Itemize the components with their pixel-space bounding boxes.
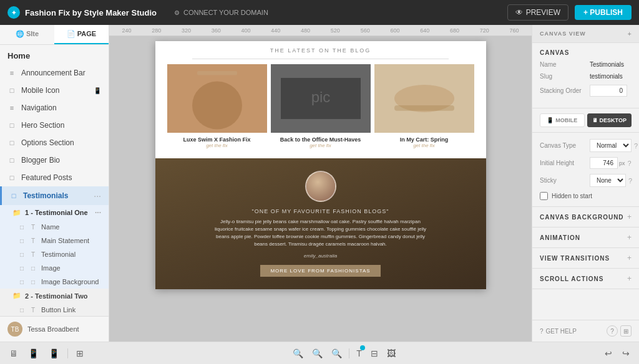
sidebar-child-image[interactable]: □ □ Image [0,261,109,275]
canvas-section-title: CANVAS [540,49,632,56]
blogger-bio-icon: □ [7,156,16,165]
blog-card-1[interactable]: Luxe Swim X Fashion Fix get the fix [167,64,267,152]
zoom-in-button[interactable]: 🔍 [329,347,344,360]
preview-button[interactable]: 👁 PREVIEW [507,4,568,21]
desktop-view-button[interactable]: 🖥 [7,347,20,360]
canvas-content: THE LATEST ON THE BLOG [109,36,532,342]
canvas-type-help-icon[interactable]: ? [634,142,638,150]
sidebar-child-name[interactable]: □ T Name [0,220,109,234]
sidebar-child-button-link[interactable]: □ T Button Link [0,303,109,316]
img-bg-icon: □ [31,279,35,285]
name-label: Name [540,61,590,68]
sticky-help-icon[interactable]: ? [628,177,632,184]
folder-icon: 📁 [12,209,21,217]
blog-card-image-3 [374,64,474,133]
scroll-actions-header[interactable]: SCROLL ACTIONS + [532,269,639,289]
canvas-properties-section: CANVAS Name Testimonials Slug testimonia… [532,43,639,108]
add-canvas-icon[interactable]: + [628,30,632,37]
svg-rect-8 [394,105,454,111]
sidebar-child-main-statement[interactable]: □ T Main Statement [0,234,109,247]
stacking-input[interactable] [590,85,627,97]
logo-icon: ✦ [7,6,20,19]
device-tabs: 📱 MOBILE 🖥 DESKTOP [532,108,639,133]
view-transitions-header[interactable]: VIEW TRANSITIONS + [532,248,639,268]
ruler-marks: 240 280 320 360 400 440 480 520 560 600 … [112,27,529,34]
topbar-actions: 👁 PREVIEW + PUBLISH [507,4,632,21]
canvas-background-header[interactable]: CANVAS BACKGROUND + [532,207,639,227]
mobile-tab[interactable]: 📱 MOBILE [540,113,585,127]
sidebar-item-featured-posts[interactable]: □ Featured Posts [0,169,109,186]
sidebar-item-announcement-bar[interactable]: ≡ Announcement Bar [0,64,109,82]
chevron-right-icon-2: + [627,254,632,262]
testimonial-section: "ONE OF MY FAVOURITE FASHION BLOGS" Jell… [155,158,486,289]
blog-card-3[interactable]: In My Cart: Spring get the fix [374,64,474,152]
avatar-inner [306,172,335,201]
sticky-row: Sticky None ? [540,174,632,187]
sidebar-footer: TB Tessa Broadbent [0,316,109,342]
grid-help-icon[interactable]: ⊞ [620,325,632,337]
sidebar-item-options-section[interactable]: □ Options Section [0,134,109,151]
hidden-checkbox[interactable] [540,192,548,200]
question-circle-icon[interactable]: ? [607,325,618,337]
sidebar-tabs: 🌐 SIte 📄 PAGE [0,25,109,45]
tablet-view-button[interactable]: 📱 [26,347,41,360]
featured-posts-icon: □ [7,173,16,182]
mobile-view-button[interactable]: 📱 [47,347,61,360]
canvas-area: 240 280 320 360 400 440 480 520 560 600 … [109,25,532,342]
image-tool-button[interactable]: 🖼 [385,347,398,360]
sidebar-item-mobile-icon[interactable]: □ Mobile Icon 📱 [0,82,109,99]
initial-height-help-icon[interactable]: ? [628,160,632,167]
desktop-tab[interactable]: 🖥 DESKTOP [587,113,632,127]
sidebar-child-image-background[interactable]: □ □ Image Background [0,275,109,289]
sticky-select[interactable]: None [590,174,626,187]
page-icon: 📄 [67,30,76,37]
initial-height-input[interactable] [590,157,618,169]
stacking-row: Stacking Order [540,85,632,97]
grid-view-button[interactable]: ⊞ [74,347,85,360]
text-tool-badge [360,345,365,350]
undo-button[interactable]: ↩ [603,347,614,360]
text-tool-button[interactable]: T [354,347,364,360]
animation-section: ANIMATION + [532,228,639,248]
name-value: Testimonials [590,61,632,68]
ruler-top: 240 280 320 360 400 440 480 520 560 600 … [109,25,532,36]
testimonial-quote: "ONE OF MY FAVOURITE FASHION BLOGS" [251,208,389,214]
svg-text:pic: pic [311,89,330,105]
blog-card-text-1: Luxe Swim X Fashion Fix get the fix [167,133,267,152]
get-help-button[interactable]: ? GET HELP [540,328,577,335]
left-sidebar: 🌐 SIte 📄 PAGE Home ≡ Announcement Bar □ … [0,25,109,342]
testimonial-one-more-icon[interactable]: ··· [95,208,101,217]
animation-header[interactable]: ANIMATION + [532,228,639,247]
tab-site[interactable]: 🌐 SIte [0,25,54,44]
publish-button[interactable]: + PUBLISH [575,5,632,20]
testimonial-cta-button[interactable]: MORE LOVE FROM FASHIONISTAS [260,265,380,277]
text-type3-icon: □ [20,251,27,258]
img-bg-type-icon: □ [20,279,27,285]
canvas-type-select[interactable]: Normal [590,139,632,152]
testimonial-two-header[interactable]: 📁 2 - Testimonial Two [0,289,109,303]
testimonials-more-icon[interactable]: ··· [94,191,101,201]
toolbar-separator-2 [349,348,349,358]
redo-button[interactable]: ↪ [620,347,632,360]
zoom-out-button[interactable]: 🔍 [291,347,305,360]
stacking-label: Stacking Order [540,87,590,94]
tab-page[interactable]: 📄 PAGE [54,25,109,44]
announcement-bar-icon: ≡ [7,69,16,77]
testimonial-one-header[interactable]: 📁 1 - Testimonial One ··· [0,205,109,220]
canvas-type-label: Canvas Type [540,142,590,149]
mobile-icon-icon: □ [7,86,16,95]
zoom-reset-button[interactable]: 🔍 [310,347,324,360]
connect-domain-button[interactable]: ⚙ CONNECT YOUR DOMAIN [174,9,268,16]
layout-tool-button[interactable]: ⊟ [369,347,380,360]
testimonial-avatar [305,171,336,202]
sidebar-item-navigation[interactable]: ≡ Navigation [0,99,109,117]
blog-card-2[interactable]: pic Back to the Office Must-Haves get th… [271,64,371,152]
t3-icon: T [31,251,35,258]
sidebar-item-testimonials[interactable]: □ Testimonials ··· [0,186,109,205]
sidebar-item-blogger-bio[interactable]: □ Blogger Bio [0,151,109,169]
canvas-wrapper: 240 280 320 360 400 440 480 520 560 600 … [109,25,639,342]
hidden-checkbox-row: Hidden to start [540,192,632,200]
sidebar-item-hero-section[interactable]: □ Hero Section [0,117,109,134]
hero-section-icon: □ [7,121,16,130]
sidebar-child-testimonial[interactable]: □ T Testimonial [0,247,109,261]
